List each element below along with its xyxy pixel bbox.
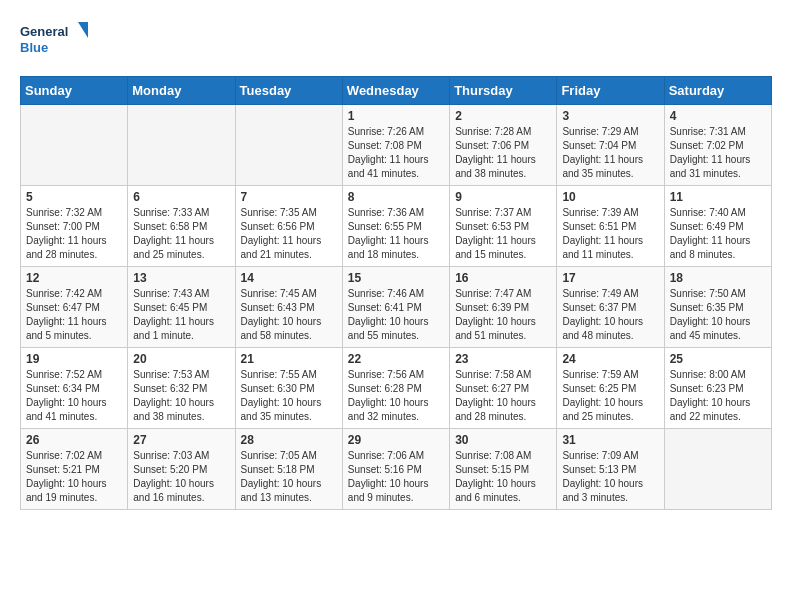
logo-svg: General Blue: [20, 20, 90, 60]
day-info: Sunrise: 7:45 AM Sunset: 6:43 PM Dayligh…: [241, 287, 337, 343]
calendar-week-row: 1Sunrise: 7:26 AM Sunset: 7:08 PM Daylig…: [21, 105, 772, 186]
day-info: Sunrise: 7:08 AM Sunset: 5:15 PM Dayligh…: [455, 449, 551, 505]
day-number: 8: [348, 190, 444, 204]
calendar-cell: 30Sunrise: 7:08 AM Sunset: 5:15 PM Dayli…: [450, 429, 557, 510]
day-info: Sunrise: 7:26 AM Sunset: 7:08 PM Dayligh…: [348, 125, 444, 181]
calendar-cell: [235, 105, 342, 186]
day-number: 13: [133, 271, 229, 285]
calendar-cell: 14Sunrise: 7:45 AM Sunset: 6:43 PM Dayli…: [235, 267, 342, 348]
day-info: Sunrise: 7:03 AM Sunset: 5:20 PM Dayligh…: [133, 449, 229, 505]
day-number: 9: [455, 190, 551, 204]
day-number: 4: [670, 109, 766, 123]
day-info: Sunrise: 7:43 AM Sunset: 6:45 PM Dayligh…: [133, 287, 229, 343]
calendar-cell: 5Sunrise: 7:32 AM Sunset: 7:00 PM Daylig…: [21, 186, 128, 267]
day-info: Sunrise: 7:55 AM Sunset: 6:30 PM Dayligh…: [241, 368, 337, 424]
svg-text:Blue: Blue: [20, 40, 48, 55]
calendar-cell: 29Sunrise: 7:06 AM Sunset: 5:16 PM Dayli…: [342, 429, 449, 510]
day-number: 2: [455, 109, 551, 123]
day-number: 27: [133, 433, 229, 447]
day-info: Sunrise: 7:42 AM Sunset: 6:47 PM Dayligh…: [26, 287, 122, 343]
day-number: 31: [562, 433, 658, 447]
day-info: Sunrise: 7:35 AM Sunset: 6:56 PM Dayligh…: [241, 206, 337, 262]
day-number: 18: [670, 271, 766, 285]
calendar-header-row: SundayMondayTuesdayWednesdayThursdayFrid…: [21, 77, 772, 105]
calendar-cell: 23Sunrise: 7:58 AM Sunset: 6:27 PM Dayli…: [450, 348, 557, 429]
day-number: 30: [455, 433, 551, 447]
day-info: Sunrise: 7:28 AM Sunset: 7:06 PM Dayligh…: [455, 125, 551, 181]
day-number: 11: [670, 190, 766, 204]
calendar-cell: 10Sunrise: 7:39 AM Sunset: 6:51 PM Dayli…: [557, 186, 664, 267]
day-number: 1: [348, 109, 444, 123]
day-info: Sunrise: 7:02 AM Sunset: 5:21 PM Dayligh…: [26, 449, 122, 505]
day-number: 3: [562, 109, 658, 123]
day-info: Sunrise: 7:31 AM Sunset: 7:02 PM Dayligh…: [670, 125, 766, 181]
day-info: Sunrise: 8:00 AM Sunset: 6:23 PM Dayligh…: [670, 368, 766, 424]
calendar-cell: 19Sunrise: 7:52 AM Sunset: 6:34 PM Dayli…: [21, 348, 128, 429]
day-of-week-header: Tuesday: [235, 77, 342, 105]
day-number: 6: [133, 190, 229, 204]
calendar-cell: 8Sunrise: 7:36 AM Sunset: 6:55 PM Daylig…: [342, 186, 449, 267]
day-number: 23: [455, 352, 551, 366]
page-header: General Blue: [20, 20, 772, 60]
calendar-cell: 7Sunrise: 7:35 AM Sunset: 6:56 PM Daylig…: [235, 186, 342, 267]
calendar-cell: 21Sunrise: 7:55 AM Sunset: 6:30 PM Dayli…: [235, 348, 342, 429]
calendar-cell: [664, 429, 771, 510]
day-of-week-header: Monday: [128, 77, 235, 105]
svg-marker-2: [78, 22, 88, 38]
calendar-week-row: 5Sunrise: 7:32 AM Sunset: 7:00 PM Daylig…: [21, 186, 772, 267]
calendar-cell: [21, 105, 128, 186]
day-info: Sunrise: 7:49 AM Sunset: 6:37 PM Dayligh…: [562, 287, 658, 343]
calendar-table: SundayMondayTuesdayWednesdayThursdayFrid…: [20, 76, 772, 510]
calendar-cell: 31Sunrise: 7:09 AM Sunset: 5:13 PM Dayli…: [557, 429, 664, 510]
calendar-cell: 18Sunrise: 7:50 AM Sunset: 6:35 PM Dayli…: [664, 267, 771, 348]
day-number: 22: [348, 352, 444, 366]
day-number: 5: [26, 190, 122, 204]
day-number: 17: [562, 271, 658, 285]
calendar-cell: 11Sunrise: 7:40 AM Sunset: 6:49 PM Dayli…: [664, 186, 771, 267]
day-of-week-header: Sunday: [21, 77, 128, 105]
day-number: 20: [133, 352, 229, 366]
day-number: 26: [26, 433, 122, 447]
day-number: 19: [26, 352, 122, 366]
calendar-cell: 13Sunrise: 7:43 AM Sunset: 6:45 PM Dayli…: [128, 267, 235, 348]
day-info: Sunrise: 7:58 AM Sunset: 6:27 PM Dayligh…: [455, 368, 551, 424]
calendar-week-row: 12Sunrise: 7:42 AM Sunset: 6:47 PM Dayli…: [21, 267, 772, 348]
day-of-week-header: Thursday: [450, 77, 557, 105]
day-number: 7: [241, 190, 337, 204]
calendar-cell: 6Sunrise: 7:33 AM Sunset: 6:58 PM Daylig…: [128, 186, 235, 267]
calendar-cell: 4Sunrise: 7:31 AM Sunset: 7:02 PM Daylig…: [664, 105, 771, 186]
calendar-cell: 15Sunrise: 7:46 AM Sunset: 6:41 PM Dayli…: [342, 267, 449, 348]
day-number: 21: [241, 352, 337, 366]
calendar-cell: 1Sunrise: 7:26 AM Sunset: 7:08 PM Daylig…: [342, 105, 449, 186]
day-number: 12: [26, 271, 122, 285]
calendar-cell: 3Sunrise: 7:29 AM Sunset: 7:04 PM Daylig…: [557, 105, 664, 186]
svg-text:General: General: [20, 24, 68, 39]
day-info: Sunrise: 7:09 AM Sunset: 5:13 PM Dayligh…: [562, 449, 658, 505]
calendar-cell: 25Sunrise: 8:00 AM Sunset: 6:23 PM Dayli…: [664, 348, 771, 429]
calendar-cell: 2Sunrise: 7:28 AM Sunset: 7:06 PM Daylig…: [450, 105, 557, 186]
day-number: 16: [455, 271, 551, 285]
day-number: 10: [562, 190, 658, 204]
logo: General Blue: [20, 20, 90, 60]
calendar-cell: 28Sunrise: 7:05 AM Sunset: 5:18 PM Dayli…: [235, 429, 342, 510]
day-info: Sunrise: 7:05 AM Sunset: 5:18 PM Dayligh…: [241, 449, 337, 505]
day-info: Sunrise: 7:53 AM Sunset: 6:32 PM Dayligh…: [133, 368, 229, 424]
day-number: 24: [562, 352, 658, 366]
day-info: Sunrise: 7:47 AM Sunset: 6:39 PM Dayligh…: [455, 287, 551, 343]
day-number: 25: [670, 352, 766, 366]
calendar-cell: 12Sunrise: 7:42 AM Sunset: 6:47 PM Dayli…: [21, 267, 128, 348]
day-of-week-header: Friday: [557, 77, 664, 105]
calendar-cell: 9Sunrise: 7:37 AM Sunset: 6:53 PM Daylig…: [450, 186, 557, 267]
day-info: Sunrise: 7:59 AM Sunset: 6:25 PM Dayligh…: [562, 368, 658, 424]
day-info: Sunrise: 7:50 AM Sunset: 6:35 PM Dayligh…: [670, 287, 766, 343]
calendar-week-row: 26Sunrise: 7:02 AM Sunset: 5:21 PM Dayli…: [21, 429, 772, 510]
day-number: 28: [241, 433, 337, 447]
calendar-week-row: 19Sunrise: 7:52 AM Sunset: 6:34 PM Dayli…: [21, 348, 772, 429]
calendar-cell: 27Sunrise: 7:03 AM Sunset: 5:20 PM Dayli…: [128, 429, 235, 510]
day-info: Sunrise: 7:52 AM Sunset: 6:34 PM Dayligh…: [26, 368, 122, 424]
calendar-cell: 16Sunrise: 7:47 AM Sunset: 6:39 PM Dayli…: [450, 267, 557, 348]
day-info: Sunrise: 7:40 AM Sunset: 6:49 PM Dayligh…: [670, 206, 766, 262]
day-info: Sunrise: 7:36 AM Sunset: 6:55 PM Dayligh…: [348, 206, 444, 262]
day-info: Sunrise: 7:46 AM Sunset: 6:41 PM Dayligh…: [348, 287, 444, 343]
day-info: Sunrise: 7:33 AM Sunset: 6:58 PM Dayligh…: [133, 206, 229, 262]
